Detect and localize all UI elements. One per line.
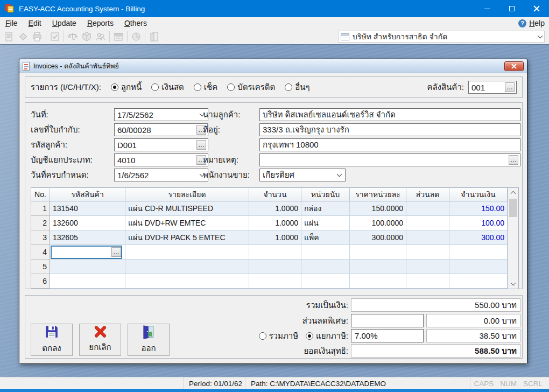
cancel-button[interactable]: ยกเลิก xyxy=(79,324,121,356)
salesperson-field[interactable]: เกียรติยศ xyxy=(259,169,346,181)
radio-cheque[interactable]: เช็ค xyxy=(194,81,217,94)
address-line2-field[interactable]: กรุงเทพฯ 10800 xyxy=(259,138,520,151)
scrollbar-thumb[interactable] xyxy=(509,199,517,217)
vat-excluded-radio[interactable]: แยกภาษี: xyxy=(306,330,348,342)
radio-icon xyxy=(111,83,118,91)
ellipsis-button[interactable]: … xyxy=(505,82,515,92)
product-code-editor: … xyxy=(51,246,122,259)
subtotal-label: รวมเป็นเงิน: xyxy=(214,298,348,312)
table-row[interactable]: 5 xyxy=(31,260,508,274)
invoice-doc-icon xyxy=(23,62,30,71)
package-icon[interactable] xyxy=(80,30,94,43)
date-label: วันที่: xyxy=(31,108,48,121)
gl-account-label: บัญชีแยกประเภท: xyxy=(31,153,93,166)
radio-other[interactable]: อื่นๆ xyxy=(285,81,309,94)
radio-icon xyxy=(151,83,159,91)
company-selector[interactable]: บริษัท สำหรับการสาธิต จำกัด xyxy=(338,31,545,43)
scroll-lock-indicator: SCRL xyxy=(523,380,543,388)
radio-credit-card[interactable]: บัตรเครดิต xyxy=(227,81,275,94)
address-line1-field[interactable]: 333/3 ถ.เจริญกรุง บางรัก xyxy=(259,123,520,136)
table-row[interactable]: 3 132605 แผ่น DVD-R PACK 5 EMTEC 1.0000 … xyxy=(31,230,508,245)
menu-reports[interactable]: Reports xyxy=(82,18,119,28)
radio-icon xyxy=(194,83,201,91)
table-row[interactable]: 1 131540 แผ่น CD-R MULTISPEED 1.0000 กล่… xyxy=(31,201,508,216)
customer-code-field[interactable]: D001 … xyxy=(114,138,208,151)
balance-scale-icon[interactable] xyxy=(66,30,80,43)
title-bar: EASY-ACC Accounting System - Billing xyxy=(0,0,549,17)
gl-account-field[interactable]: 4010 … xyxy=(114,153,208,166)
close-button[interactable] xyxy=(524,0,549,17)
users-icon[interactable] xyxy=(94,30,108,43)
address-label: ที่อยู่: xyxy=(203,123,220,136)
toolbar-separator xyxy=(46,31,46,42)
minimize-icon xyxy=(484,9,490,9)
ellipsis-button[interactable]: … xyxy=(196,140,206,150)
print-icon[interactable] xyxy=(30,30,44,43)
menu-update[interactable]: Update xyxy=(47,18,82,28)
radio-icon xyxy=(227,83,235,91)
chart-icon[interactable] xyxy=(129,30,143,43)
menu-file[interactable]: File xyxy=(0,18,23,28)
product-code-input[interactable] xyxy=(53,247,107,257)
footer-group: ตกลง ยกเลิก ออก xyxy=(25,295,523,359)
caps-lock-indicator: CAPS xyxy=(474,380,494,388)
minimize-button[interactable] xyxy=(475,0,499,17)
invoice-window: Invoices - คลังสินค้าพันธ์ทิพย์ รายการ (… xyxy=(19,59,527,364)
ellipsis-button[interactable]: … xyxy=(111,247,121,257)
radio-credit[interactable]: ลูกหนี้ xyxy=(111,81,142,94)
menu-others[interactable]: Others xyxy=(119,18,152,28)
col-unit: หน่วยนับ xyxy=(301,188,350,201)
invoice-title-bar[interactable]: Invoices - คลังสินค้าพันธ์ทิพย์ xyxy=(19,59,527,73)
invoice-no-field[interactable]: 60/00028 … xyxy=(114,123,208,136)
toolbar-separator xyxy=(127,31,128,42)
toolbar-separator xyxy=(109,31,110,42)
transaction-type-label: รายการ (I/C/H/T/X): xyxy=(31,81,101,94)
due-date-field[interactable]: 1/6/2562 xyxy=(114,169,208,181)
ellipsis-button[interactable]: … xyxy=(509,155,518,165)
checklist-icon[interactable] xyxy=(48,30,62,43)
maximize-button[interactable] xyxy=(499,0,524,17)
scroll-up-button[interactable] xyxy=(508,188,518,198)
status-lock-indicators: CAPS NUM SCRL xyxy=(470,377,546,389)
exit-door-icon[interactable] xyxy=(147,30,161,43)
customer-name-field[interactable]: บริษัท ดิสเพลย์เซลแอนด์เซอร์วิส จำกัด xyxy=(259,108,520,121)
radio-cash[interactable]: เงินสด xyxy=(151,81,184,94)
table-row[interactable]: 6 xyxy=(31,274,508,289)
discount-input[interactable] xyxy=(351,314,424,327)
remark-field[interactable]: … xyxy=(259,153,520,166)
transaction-type-group: รายการ (I/C/H/T/X): ลูกหนี้ เงินสด เช็ค xyxy=(25,76,523,98)
status-period: Period: 01/01/62 xyxy=(183,377,248,389)
net-total-label: ยอดเงินสุทธิ: xyxy=(214,344,348,358)
chevron-down-icon xyxy=(337,172,342,177)
chevron-down-icon xyxy=(538,33,543,39)
col-discount: ส่วนลด xyxy=(406,188,449,201)
date-field[interactable]: 17/5/2562 xyxy=(114,108,208,121)
application-window: EASY-ACC Accounting System - Billing Fil… xyxy=(0,0,549,392)
exit-button[interactable]: ออก xyxy=(128,324,170,356)
col-amount: จำนวนเงิน xyxy=(449,188,508,201)
table-row[interactable]: 2 132600 แผ่น DVD+RW EMTEC 1.0000 แผ่น 1… xyxy=(31,216,508,230)
vat-included-radio[interactable]: รวมภาษี xyxy=(259,330,299,342)
vat-rate-input[interactable]: 7.00% xyxy=(351,329,424,342)
invoice-close-button[interactable] xyxy=(504,61,524,71)
calendar-icon[interactable] xyxy=(111,30,125,43)
edit-icon[interactable] xyxy=(16,30,30,43)
customer-name-label: นามลูกค้า: xyxy=(203,108,240,121)
ok-button[interactable]: ตกลง xyxy=(31,324,73,356)
radio-icon xyxy=(285,83,292,91)
company-name: บริษัท สำหรับการสาธิต จำกัด xyxy=(353,31,447,43)
salesperson-label: พนักงานขาย: xyxy=(203,169,250,181)
toolbar-separator xyxy=(64,31,64,42)
vertical-scrollbar[interactable] xyxy=(508,188,518,289)
table-row[interactable]: 4 … xyxy=(31,245,508,260)
radio-icon xyxy=(259,332,266,340)
window-title: EASY-ACC Accounting System - Billing xyxy=(19,5,145,13)
warehouse-field[interactable]: 001 … xyxy=(468,81,517,94)
new-document-icon[interactable] xyxy=(2,30,16,43)
table-header-row: No. รหัสสินค้า รายละเอียด จำนวน หน่วยนับ… xyxy=(31,188,508,201)
status-bar: Period: 01/01/62 Path: C:\MYDATA\ECACC32… xyxy=(0,377,549,389)
menu-help[interactable]: ? Help xyxy=(518,19,549,27)
company-list-icon xyxy=(341,33,349,40)
menu-edit[interactable]: Edit xyxy=(23,18,47,28)
scroll-down-button[interactable] xyxy=(508,279,518,289)
